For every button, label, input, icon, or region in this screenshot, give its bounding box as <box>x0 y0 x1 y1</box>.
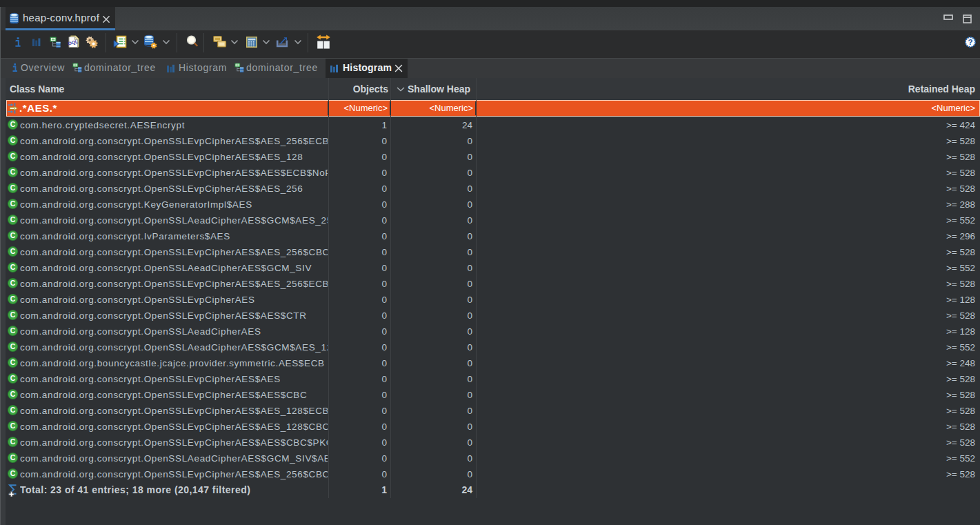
svg-text:?: ? <box>968 38 972 46</box>
